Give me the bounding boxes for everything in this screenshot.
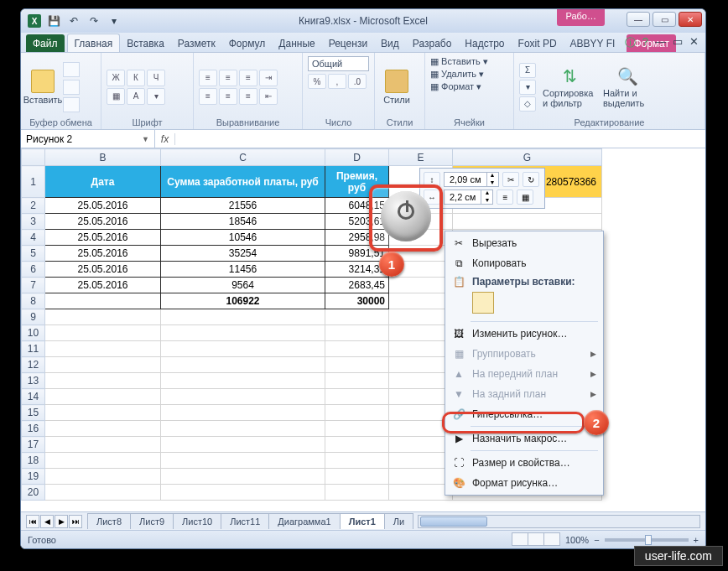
annotation-marker-2: 2 <box>584 410 609 435</box>
ribbon-tab-strip: Файл Главная Вставка Разметк Формул Данн… <box>21 33 705 53</box>
ctx-format-picture[interactable]: 🎨Формат рисунка… <box>447 473 601 493</box>
ctx-send-back: ▼На задний план▶ <box>447 384 601 404</box>
tab-layout[interactable]: Разметк <box>171 34 222 52</box>
status-bar: Готово 100% − + <box>21 530 705 548</box>
tab-view[interactable]: Вид <box>374 34 406 52</box>
workbook-close-icon[interactable]: ✕ <box>689 35 699 50</box>
name-box[interactable]: Рисунок 2▼ <box>21 130 155 148</box>
autosum-icon[interactable]: Σ <box>519 63 536 78</box>
qat-dropdown-icon[interactable]: ▾ <box>107 13 122 29</box>
paste-icon: 📋 <box>451 274 466 289</box>
ctx-size-props[interactable]: ⛶Размер и свойства… <box>447 453 601 473</box>
sheet-tab[interactable]: Лист10 <box>173 513 221 529</box>
size-icon: ⛶ <box>451 455 466 470</box>
zoom-slider[interactable] <box>605 538 689 542</box>
paste-button[interactable]: Вставить <box>26 64 60 111</box>
group-cells: ▦ Вставить ▾ ▦ Удалить ▾ ▦ Формат ▾ Ячей… <box>425 53 514 129</box>
title-bar: X 💾 ↶ ↷ ▾ Книга9.xlsx - Microsoft Excel … <box>21 9 705 33</box>
cells-format[interactable]: ▦ Формат ▾ <box>430 81 481 92</box>
ctx-cut[interactable]: ✂Вырезать <box>447 233 601 253</box>
copy-icon[interactable] <box>63 80 80 95</box>
workbook-min-icon[interactable]: — <box>655 35 666 50</box>
zoom-out-button[interactable]: − <box>594 535 599 545</box>
annotation-marker-1: 1 <box>379 252 404 277</box>
formula-input[interactable] <box>175 133 705 145</box>
height-spinner[interactable]: 2,09 см▲▼ <box>444 172 499 187</box>
qat-save-icon[interactable]: 💾 <box>46 13 61 29</box>
ctx-hyperlink[interactable]: 🔗Гиперссылка… <box>447 404 601 424</box>
col-header[interactable]: D <box>325 149 389 166</box>
font-controls[interactable]: ЖКЧ▦A▾ <box>107 70 165 105</box>
fill-icon[interactable]: ▾ <box>519 80 536 95</box>
chevron-down-icon[interactable]: ▼ <box>142 135 149 143</box>
sheet-tab[interactable]: Ли <box>384 513 413 529</box>
hyperlink-icon: 🔗 <box>451 407 466 422</box>
power-icon <box>398 203 414 220</box>
ctx-assign-macro[interactable]: ▶Назначить макрос… <box>447 428 601 449</box>
ctx-change-picture[interactable]: 🖼Изменить рисунок… <box>447 324 601 344</box>
help-icon[interactable]: ? <box>642 35 648 50</box>
qat-redo-icon[interactable]: ↷ <box>86 13 101 29</box>
cut-icon[interactable] <box>63 62 80 77</box>
tab-review[interactable]: Рецензи <box>322 34 374 52</box>
group-editing: Σ ▾ ◇ ⇅Сортировка и фильтр 🔍Найти и выде… <box>514 53 705 129</box>
col-header[interactable]: B <box>45 149 161 166</box>
workbook-restore-icon[interactable]: ▭ <box>673 35 683 50</box>
format-painter-icon[interactable] <box>63 97 80 112</box>
tab-file[interactable]: Файл <box>26 34 65 52</box>
clear-icon[interactable]: ◇ <box>519 96 536 112</box>
tab-abbyy[interactable]: ABBYY FI <box>564 34 622 52</box>
align-controls[interactable]: ≡≡≡⇥≡≡≡⇤ <box>199 70 278 105</box>
tab-foxit[interactable]: Foxit PD <box>512 34 564 52</box>
styles-button[interactable]: Стили <box>380 64 413 111</box>
arrange-icon[interactable]: ▦ <box>517 189 533 205</box>
tab-formulas[interactable]: Формул <box>222 34 273 52</box>
sheet-nav[interactable]: ⏮◀▶⏭ <box>26 515 82 528</box>
excel-icon: X <box>28 14 41 28</box>
window-title: Книга9.xlsx - Microsoft Excel <box>299 15 428 27</box>
sort-filter-button[interactable]: ⇅Сортировка и фильтр <box>543 64 596 111</box>
close-button[interactable]: ✕ <box>679 12 702 27</box>
cells-insert[interactable]: ▦ Вставить ▾ <box>430 56 488 67</box>
width-spinner[interactable]: 2,2 см▲▼ <box>444 189 493 205</box>
ctx-paste-option[interactable] <box>447 290 601 319</box>
number-buttons[interactable]: %,.0 <box>308 74 369 89</box>
tab-addins[interactable]: Надстро <box>458 34 511 52</box>
sheet-tab[interactable]: Лист8 <box>87 513 131 529</box>
formula-bar: Рисунок 2▼ fx <box>21 130 705 148</box>
sheet-tab-bar: ⏮◀▶⏭ Лист8 Лист9 Лист10 Лист11 Диаграмма… <box>21 511 705 530</box>
crop-icon[interactable]: ✂ <box>502 172 519 187</box>
qat-undo-icon[interactable]: ↶ <box>66 13 81 29</box>
cells-delete[interactable]: ▦ Удалить ▾ <box>430 69 484 80</box>
fx-icon[interactable]: fx <box>155 133 175 145</box>
sheet-tab-active[interactable]: Лист1 <box>340 513 385 529</box>
col-header[interactable]: C <box>161 149 325 166</box>
status-text: Готово <box>28 535 56 545</box>
minimize-button[interactable]: — <box>627 12 650 27</box>
align-icon[interactable]: ≡ <box>497 189 513 205</box>
view-buttons[interactable] <box>512 532 560 548</box>
sheet-tab[interactable]: Лист11 <box>221 513 269 529</box>
ctx-bring-front: ▲На передний план▶ <box>447 364 601 384</box>
maximize-button[interactable]: ▭ <box>653 12 676 27</box>
picture-icon: 🖼 <box>451 326 466 341</box>
col-header[interactable]: E <box>389 149 453 166</box>
horizontal-scrollbar[interactable] <box>418 515 700 528</box>
find-select-button[interactable]: 🔍Найти и выделить <box>603 64 652 111</box>
tab-home[interactable]: Главная <box>67 34 121 52</box>
zoom-in-button[interactable]: + <box>694 535 699 545</box>
number-format-select[interactable]: Общий <box>308 56 369 71</box>
col-header[interactable]: G <box>453 149 602 166</box>
rotate-icon[interactable]: ↻ <box>523 172 539 187</box>
sheet-tab[interactable]: Диаграмма1 <box>268 513 340 529</box>
ctx-copy[interactable]: ⧉Копировать <box>447 253 601 273</box>
inserted-picture-power-button[interactable] <box>369 184 443 252</box>
sheet-tab[interactable]: Лист9 <box>130 513 174 529</box>
row-header[interactable]: 1 <box>22 166 45 198</box>
ribbon: Вставить Буфер обмена ЖКЧ▦A▾ Шрифт ≡≡≡⇥≡… <box>21 53 705 130</box>
tab-data[interactable]: Данные <box>272 34 321 52</box>
minimize-ribbon-icon[interactable]: ⓘ <box>625 35 636 50</box>
group-clipboard: Вставить Буфер обмена <box>21 53 101 129</box>
tab-insert[interactable]: Вставка <box>120 34 171 52</box>
tab-developer[interactable]: Разрабо <box>406 34 459 52</box>
